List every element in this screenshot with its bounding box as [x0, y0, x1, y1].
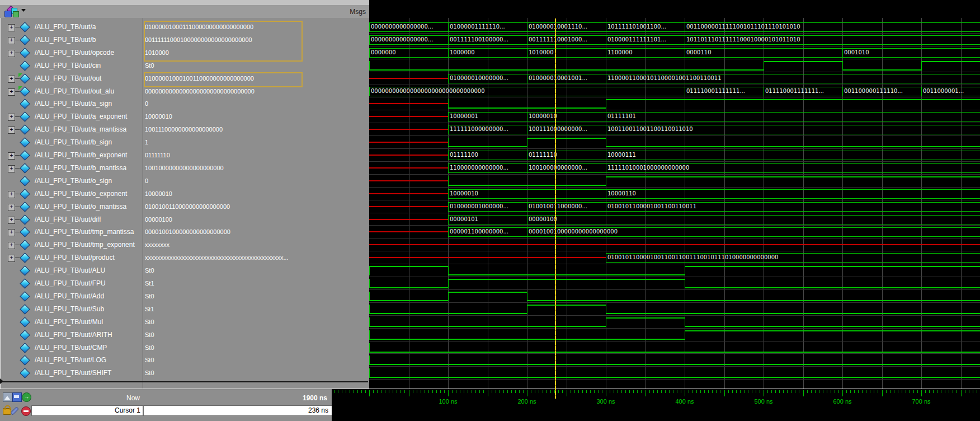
ruler-tick [961, 390, 962, 396]
expander-icon[interactable]: + [8, 152, 15, 160]
wave-row [369, 316, 980, 328]
signal-row[interactable]: +/ALU_FPU_TB/uut/b [1, 34, 144, 46]
ruler-tick [515, 390, 516, 393]
expander-icon[interactable]: + [8, 165, 15, 172]
signal-row[interactable]: /ALU_FPU_TB/uut/ARITH [1, 329, 144, 341]
wave-row [369, 265, 980, 277]
signal-row[interactable]: /ALU_FPU_TB/uut/Add [1, 291, 144, 302]
chevron-down-icon[interactable] [21, 9, 26, 12]
signal-row[interactable]: /ALU_FPU_TB/uut/LOG [1, 354, 144, 366]
signal-row[interactable]: +/ALU_FPU_TB/uut/b_mantissa [1, 162, 144, 174]
snapshot-icon[interactable] [3, 392, 12, 402]
bus-segment-text: 0000000000000000... [371, 36, 433, 43]
signal-row[interactable]: /ALU_FPU_TB/uut/CMP [1, 342, 144, 354]
waveform-panel[interactable]: 0000000000000000...01000001111110...0100… [369, 18, 980, 389]
signal-diamond-icon [20, 278, 30, 288]
bus-value-segment: 010000001000000... [448, 202, 527, 212]
ruler-tick [886, 390, 887, 393]
bus-segment-text: 011110001111111... [686, 88, 745, 94]
expander-icon[interactable]: + [8, 37, 15, 44]
signal-row[interactable]: /ALU_FPU_TB/uut/cin [1, 60, 144, 72]
ruler-tick [377, 390, 378, 393]
expander-icon[interactable]: + [8, 191, 15, 198]
expander-icon[interactable]: + [8, 114, 15, 121]
signal-name: /ALU_FPU_TB/uut/diff [35, 214, 101, 226]
display-icon[interactable] [12, 392, 22, 402]
ruler-tick [448, 390, 449, 396]
signal-row[interactable]: /ALU_FPU_TB/uut/SHIFT [1, 367, 144, 379]
signal-row[interactable]: +/ALU_FPU_TB/uut/o_exponent [1, 188, 144, 200]
signal-row[interactable]: /ALU_FPU_TB/uut/ALU [1, 265, 144, 277]
signal-row[interactable]: +/ALU_FPU_TB/uut/tmp_exponent [1, 239, 144, 251]
bus-segment-text: 0100101100001001100110011100101110100000… [607, 254, 778, 260]
ruler-tick [357, 390, 358, 393]
signal-row[interactable]: /ALU_FPU_TB/uut/o_sign [1, 175, 144, 187]
signal-diamond-icon [20, 214, 30, 224]
signal-row[interactable]: /ALU_FPU_TB/uut/a_sign [1, 98, 144, 110]
signal-value: 01111110 [145, 149, 170, 161]
signal-row[interactable]: +/ALU_FPU_TB/uut/o_mantissa [1, 201, 144, 213]
bus-segment-text: 001111110001000... [529, 36, 587, 43]
bus-segment-text: 01111101 [607, 113, 636, 119]
expander-icon[interactable]: + [8, 229, 15, 236]
signal-value-row: 0 [143, 98, 370, 110]
signal-value-row: St0 [143, 367, 370, 379]
signal-value: St0 [145, 367, 154, 379]
wave-row: 011111000111111010000111 [369, 149, 980, 161]
signal-row[interactable]: +/ALU_FPU_TB/uut/product [1, 252, 144, 264]
signal-row[interactable]: +/ALU_FPU_TB/uut/out_alu [1, 86, 144, 97]
expander-icon[interactable]: + [8, 24, 15, 31]
add-cursor-icon[interactable]: → [22, 392, 31, 402]
bit-level-segment [369, 69, 764, 71]
ruler-tick [831, 390, 831, 393]
signal-row[interactable]: +/ALU_FPU_TB/uut/opcode [1, 47, 144, 59]
signal-diamond-icon [20, 343, 30, 353]
bus-segment-text: 11000011000101100001001100110011 [607, 75, 722, 81]
ruler-tick [941, 390, 941, 393]
grid-line-horizontal [369, 200, 980, 200]
expander-icon[interactable]: + [8, 255, 15, 262]
ruler-tick [567, 390, 567, 396]
ruler-tick [760, 390, 760, 393]
edit-cursor-icon[interactable] [10, 406, 19, 415]
signal-row[interactable]: +/ALU_FPU_TB/uut/tmp_mantissa [1, 226, 144, 238]
signal-name: /ALU_FPU_TB/uut/Mul [35, 316, 103, 328]
bus-segment-text: 0000000000000000... [371, 24, 433, 30]
bit-edge [369, 317, 370, 327]
bus-unknown-segment [369, 116, 448, 117]
cursor-name-field[interactable]: Cursor 1 [31, 405, 143, 416]
signal-row[interactable]: +/ALU_FPU_TB/uut/diff [1, 214, 144, 226]
grid-line-horizontal [369, 238, 980, 238]
ruler-tick [610, 390, 610, 393]
ruler-tick [910, 390, 910, 393]
signal-row[interactable]: +/ALU_FPU_TB/uut/a_mantissa [1, 124, 144, 135]
signal-row[interactable]: +/ALU_FPU_TB/uut/out [1, 73, 144, 85]
signal-name: /ALU_FPU_TB/uut/o_sign [35, 175, 112, 187]
signal-names-panel[interactable]: +/ALU_FPU_TB/uut/a+/ALU_FPU_TB/uut/b+/AL… [0, 18, 144, 389]
signal-row[interactable]: /ALU_FPU_TB/uut/FPU [1, 278, 144, 289]
expander-dash [15, 232, 20, 232]
ruler-tick [787, 390, 788, 393]
delete-cursor-icon[interactable] [21, 406, 31, 416]
expander-icon[interactable]: + [8, 242, 15, 249]
expander-icon[interactable]: + [8, 127, 15, 134]
signal-row[interactable]: /ALU_FPU_TB/uut/b_sign [1, 137, 144, 148]
signal-row[interactable]: /ALU_FPU_TB/uut/Sub [1, 303, 144, 315]
signal-row[interactable]: +/ALU_FPU_TB/uut/a [1, 21, 144, 33]
expander-icon[interactable]: + [8, 50, 15, 57]
time-cursor-line[interactable] [555, 18, 556, 399]
signal-row[interactable]: +/ALU_FPU_TB/uut/a_exponent [1, 111, 144, 123]
lock-cursor-icon[interactable] [3, 408, 11, 415]
ruler-tick [771, 390, 772, 393]
ruler-tick [685, 390, 685, 396]
expander-icon[interactable]: + [8, 88, 15, 96]
expander-icon[interactable]: + [8, 217, 15, 224]
wave-group-icon[interactable] [4, 7, 19, 17]
expander-icon[interactable]: + [8, 76, 15, 83]
ruler-tick [397, 390, 397, 393]
expander-icon[interactable]: + [8, 204, 15, 211]
timeline-ruler[interactable]: 236 ns 100 ns200 ns300 ns400 ns500 ns600… [332, 389, 980, 421]
ruler-tick [452, 390, 453, 393]
signal-row[interactable]: +/ALU_FPU_TB/uut/b_exponent [1, 149, 144, 161]
signal-row[interactable]: /ALU_FPU_TB/uut/Mul [1, 316, 144, 328]
